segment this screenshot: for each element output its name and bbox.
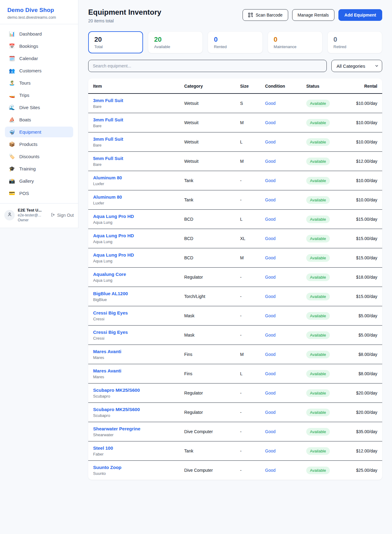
- sidebar-item-products[interactable]: 📦Products: [5, 139, 73, 150]
- category-cell: Wetsuit: [179, 93, 235, 113]
- rental-cell: $8.00/day: [344, 345, 382, 364]
- status-badge: Available: [306, 177, 330, 185]
- item-name-link[interactable]: Aqua Lung Pro HD: [93, 214, 175, 219]
- item-name-link[interactable]: Aqua Lung Pro HD: [93, 233, 175, 238]
- condition-link[interactable]: Good: [265, 275, 276, 280]
- sidebar-item-label: Customers: [19, 68, 42, 73]
- condition-link[interactable]: Good: [265, 371, 276, 376]
- item-name-link[interactable]: Aluminum 80: [93, 194, 175, 200]
- item-name-link[interactable]: Aqualung Core: [93, 272, 175, 277]
- sidebar-item-label: Training: [19, 166, 36, 171]
- item-name-link[interactable]: Mares Avanti: [93, 368, 175, 373]
- table-row: Scubapro MK25/S600ScubaproRegulator-Good…: [88, 403, 382, 422]
- size-cell: L: [235, 364, 260, 383]
- item-cell: BigBlue AL1200BigBlue: [88, 287, 179, 306]
- page-header: Equipment Inventory 20 items total: [88, 8, 382, 23]
- condition-link[interactable]: Good: [265, 120, 276, 125]
- sign-out-button[interactable]: Sign Out: [51, 212, 74, 218]
- status-badge: Available: [306, 428, 330, 436]
- item-cell: 3mm Full SuitBare: [88, 132, 179, 152]
- stat-card-maintenance[interactable]: 0Maintenance: [268, 31, 322, 53]
- sidebar-item-equipment[interactable]: 🤿Equipment: [5, 127, 73, 137]
- item-name-link[interactable]: 3mm Full Suit: [93, 136, 175, 142]
- item-cell: Aqua Lung Pro HDAqua Lung: [88, 210, 179, 229]
- item-brand: Aqua Lung: [93, 220, 175, 225]
- item-name-link[interactable]: Cressi Big Eyes: [93, 330, 175, 335]
- sidebar-item-training[interactable]: 🎓Training: [5, 163, 73, 174]
- item-name-link[interactable]: Aqua Lung Pro HD: [93, 252, 175, 257]
- item-cell: Aqualung CoreAqua Lung: [88, 268, 179, 287]
- size-cell: M: [235, 113, 260, 132]
- stat-card-rented[interactable]: 0Rented: [208, 31, 262, 53]
- sidebar-item-dive-sites[interactable]: 🌊Dive Sites: [5, 102, 73, 113]
- item-name-link[interactable]: Aluminum 80: [93, 175, 175, 180]
- scan-barcode-button[interactable]: Scan Barcode: [243, 9, 288, 21]
- condition-link[interactable]: Good: [265, 352, 276, 357]
- condition-cell: Good: [260, 461, 301, 480]
- sidebar-item-bookings[interactable]: 📅Bookings: [5, 41, 73, 51]
- item-cell: Mares AvantiMares: [88, 345, 179, 364]
- stat-card-retired[interactable]: 0Retired: [327, 31, 382, 53]
- table-row: Mares AvantiMaresFinsMGoodAvailable$8.00…: [88, 345, 382, 364]
- calendar-icon: 🗓️: [9, 56, 15, 61]
- stat-value: 20: [154, 36, 197, 44]
- condition-cell: Good: [260, 132, 301, 152]
- sidebar-item-boats[interactable]: ⛵Boats: [5, 114, 73, 125]
- sidebar-item-discounts[interactable]: 🏷️Discounts: [5, 151, 73, 162]
- category-cell: Regulator: [179, 383, 235, 403]
- condition-cell: Good: [260, 383, 301, 403]
- condition-link[interactable]: Good: [265, 391, 276, 395]
- rental-cell: $8.00/day: [344, 364, 382, 383]
- category-cell: Regulator: [179, 403, 235, 422]
- condition-link[interactable]: Good: [265, 448, 276, 453]
- condition-link[interactable]: Good: [265, 429, 276, 434]
- item-name-link[interactable]: 3mm Full Suit: [93, 117, 175, 122]
- item-name-link[interactable]: Scubapro MK25/S600: [93, 387, 175, 393]
- item-name-link[interactable]: 5mm Full Suit: [93, 156, 175, 161]
- sidebar-item-tours[interactable]: 🏝️Tours: [5, 78, 73, 88]
- sidebar-item-dashboard[interactable]: 📊Dashboard: [5, 29, 73, 39]
- item-name-link[interactable]: Shearwater Peregrine: [93, 426, 175, 431]
- search-input[interactable]: [88, 60, 327, 72]
- stat-card-total[interactable]: 20Total: [88, 31, 143, 53]
- size-cell: -: [235, 287, 260, 306]
- item-name-link[interactable]: Cressi Big Eyes: [93, 310, 175, 315]
- sidebar-item-pos[interactable]: 💳POS: [5, 188, 73, 199]
- table-row: 5mm Full SuitBareWetsuitMGoodAvailable$1…: [88, 152, 382, 171]
- condition-link[interactable]: Good: [265, 236, 276, 241]
- status-badge: Available: [306, 158, 330, 165]
- sidebar-item-calendar[interactable]: 🗓️Calendar: [5, 53, 73, 64]
- condition-link[interactable]: Good: [265, 255, 276, 260]
- item-name-link[interactable]: Steel 100: [93, 445, 175, 451]
- dashboard-icon: 📊: [9, 32, 15, 36]
- manage-rentals-button[interactable]: Manage Rentals: [292, 9, 334, 21]
- condition-link[interactable]: Good: [265, 333, 276, 338]
- item-brand: Aqua Lung: [93, 239, 175, 244]
- status-cell: Available: [301, 441, 344, 461]
- item-name-link[interactable]: BigBlue AL1200: [93, 291, 175, 296]
- condition-link[interactable]: Good: [265, 197, 276, 202]
- item-brand: Luxfer: [93, 201, 175, 205]
- sidebar-item-gallery[interactable]: 📸Gallery: [5, 176, 73, 186]
- condition-link[interactable]: Good: [265, 313, 276, 318]
- item-name-link[interactable]: Mares Avanti: [93, 349, 175, 354]
- stat-card-available[interactable]: 20Available: [148, 31, 203, 53]
- condition-link[interactable]: Good: [265, 159, 276, 164]
- category-cell: Tank: [179, 190, 235, 210]
- condition-link[interactable]: Good: [265, 139, 276, 144]
- item-name-link[interactable]: Suunto Zoop: [93, 465, 175, 470]
- condition-link[interactable]: Good: [265, 217, 276, 222]
- condition-link[interactable]: Good: [265, 294, 276, 299]
- item-name-link[interactable]: Scubapro MK25/S600: [93, 407, 175, 412]
- condition-link[interactable]: Good: [265, 101, 276, 106]
- condition-link[interactable]: Good: [265, 178, 276, 183]
- condition-cell: Good: [260, 268, 301, 287]
- item-name-link[interactable]: 3mm Full Suit: [93, 98, 175, 103]
- status-badge: Available: [306, 254, 330, 262]
- sidebar-item-customers[interactable]: 👥Customers: [5, 65, 73, 76]
- sidebar-item-trips[interactable]: 🚤Trips: [5, 90, 73, 101]
- condition-link[interactable]: Good: [265, 468, 276, 473]
- condition-link[interactable]: Good: [265, 410, 276, 415]
- add-equipment-button[interactable]: Add Equipment: [338, 9, 382, 21]
- category-select[interactable]: All Categories: [331, 60, 382, 72]
